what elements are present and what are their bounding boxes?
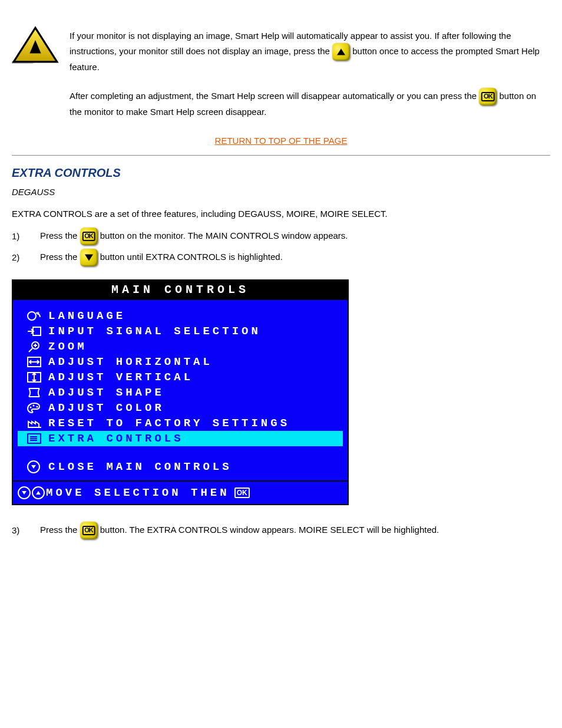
osd-item-label: LANGUAGE <box>48 309 125 322</box>
color-icon <box>20 401 48 414</box>
osd-item-adjust-shape: ADJUST SHAPE <box>18 385 343 400</box>
osd-main-controls-screen: MAIN CONTROLS ? LANGUAGE INPUT SIGNAL SE… <box>12 279 349 505</box>
language-icon: ? <box>20 309 48 322</box>
osd-item-language: ? LANGUAGE <box>18 308 343 324</box>
osd-item-label: ADJUST COLOR <box>48 401 164 414</box>
osd-item-label: EXTRA CONTROLS <box>48 432 184 445</box>
ok-button-icon: OK <box>80 522 98 539</box>
osd-footer-text: MOVE SELECTION THEN <box>46 486 230 499</box>
shape-icon <box>20 386 48 399</box>
up-button-icon <box>332 43 350 61</box>
down-button-icon <box>80 249 98 266</box>
osd-item-label: ADJUST HORIZONTAL <box>48 355 213 368</box>
osd-item-input-signal: INPUT SIGNAL SELECTION <box>18 324 343 339</box>
smart-help-note: If your monitor is not displaying an ima… <box>70 26 550 119</box>
ok-button-icon: OK <box>479 88 497 106</box>
step-number: 3) <box>12 523 40 538</box>
osd-item-label: ADJUST VERTICAL <box>48 371 193 384</box>
osd-item-label: RESET TO FACTORY SETTINGS <box>48 417 290 430</box>
svg-point-9 <box>30 406 32 408</box>
osd-close-main-controls: CLOSE MAIN CONTROLS <box>18 459 343 475</box>
vertical-icon <box>20 371 48 384</box>
step-text: Press the button until EXTRA CONTROLS is… <box>40 249 550 266</box>
up-down-arrows-icon <box>18 486 46 499</box>
osd-title: MAIN CONTROLS <box>13 281 348 300</box>
step-text: Press the OK button on the monitor. The … <box>40 228 550 245</box>
down-arrow-circle-icon <box>20 460 48 473</box>
ok-indicator-icon: OK <box>234 487 250 498</box>
return-to-top-link[interactable]: RETURN TO TOP OF THE PAGE <box>215 136 348 146</box>
osd-item-adjust-color: ADJUST COLOR <box>18 400 343 416</box>
factory-icon <box>20 417 48 430</box>
step-number: 1) <box>12 229 40 243</box>
warning-triangle-icon <box>12 26 59 65</box>
step-text: Press the OK button. The EXTRA CONTROLS … <box>40 522 550 539</box>
section-divider <box>12 155 550 156</box>
section-heading-extra-controls: EXTRA CONTROLS <box>12 166 550 180</box>
osd-item-extra-controls: EXTRA CONTROLS <box>18 431 343 446</box>
extra-controls-icon <box>20 432 48 445</box>
svg-point-3 <box>28 312 36 320</box>
extra-controls-intro: EXTRA CONTROLS are a set of three featur… <box>12 209 550 219</box>
input-signal-icon <box>20 325 48 338</box>
osd-footer-hint: MOVE SELECTION THEN OK <box>13 480 348 504</box>
ok-button-icon: OK <box>80 228 98 245</box>
svg-point-10 <box>33 404 35 406</box>
osd-item-reset-factory: RESET TO FACTORY SETTINGS <box>18 416 343 431</box>
osd-item-adjust-horizontal: ADJUST HORIZONTAL <box>18 354 343 370</box>
zoom-icon <box>20 340 48 353</box>
osd-item-adjust-vertical: ADJUST VERTICAL <box>18 370 343 385</box>
osd-item-label: ADJUST SHAPE <box>48 386 164 399</box>
svg-point-11 <box>37 406 38 407</box>
osd-item-label: INPUT SIGNAL SELECTION <box>48 325 261 338</box>
osd-item-label: CLOSE MAIN CONTROLS <box>48 460 232 473</box>
horizontal-icon <box>20 355 48 368</box>
step-number: 2) <box>12 251 40 265</box>
svg-text:?: ? <box>37 311 42 316</box>
subsection-heading-degauss: DEGAUSS <box>12 187 550 197</box>
osd-item-zoom: ZOOM <box>18 339 343 354</box>
osd-item-label: ZOOM <box>48 340 87 353</box>
